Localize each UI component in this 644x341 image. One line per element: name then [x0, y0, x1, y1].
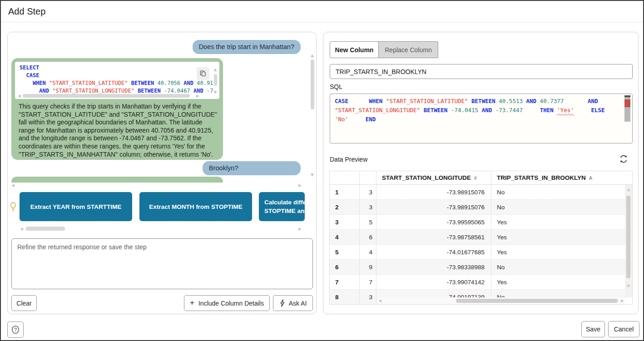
tab-new-column[interactable]: New Column [330, 41, 379, 58]
add-step-dialog: Add Step Does the trip start in Manhatta… [0, 0, 644, 341]
code-scroll-up-icon[interactable]: ▲ [214, 67, 217, 72]
table-cell: No [491, 185, 626, 199]
cancel-button[interactable]: Cancel [608, 321, 639, 337]
ai-explanation-text: This query checks if the trip starts in … [19, 103, 218, 158]
header-cell-longitude[interactable]: START_STATION_LONGITUDE # [376, 171, 491, 184]
page-title: Add Step [8, 6, 45, 17]
table-hscrollbar-thumb[interactable] [456, 299, 618, 303]
table-horizontal-scrollbar[interactable]: ◀ ▶ [376, 297, 626, 304]
table-cell: 8 [330, 290, 360, 304]
table-cell: 4 [330, 230, 360, 244]
ai-response-bubble: SELECT CASE WHEN "START_STATION_LATITUDE… [11, 58, 223, 160]
column-name-input[interactable] [330, 64, 633, 79]
table-row: 23-73.98915076No [330, 200, 632, 215]
table-cell: 3 [360, 185, 376, 199]
editor-ruler-top-mark [624, 95, 630, 97]
table-cell: -73.98758561 [376, 230, 491, 244]
sql-snippet-block: SELECT CASE WHEN "START_STATION_LATITUDE… [15, 62, 219, 99]
code-scroll-down-icon[interactable]: ▼ [214, 90, 217, 94]
ask-ai-button[interactable]: Ask AI [273, 295, 313, 311]
table-cell: Yes [491, 230, 626, 244]
table-cell: 7 [330, 275, 360, 289]
suggestions-scroll-left-icon[interactable]: ◀ [20, 227, 23, 231]
column-editor-panel: New Column Replace Column SQL CASE WHEN … [323, 32, 639, 314]
table-cell: 1 [330, 185, 360, 199]
code-hscrollbar-thumb[interactable] [23, 94, 190, 98]
header-cell-clipped-column [360, 171, 376, 184]
sql-editor[interactable]: CASE WHEN "START_STATION_LATITUDE" BETWE… [330, 94, 633, 143]
refine-response-input[interactable] [11, 238, 313, 289]
refresh-icon [619, 154, 628, 163]
chat-scroll-left-icon[interactable]: ◀ [11, 183, 15, 188]
sql-snippet-code: SELECT CASE WHEN "START_STATION_LATITUDE… [15, 62, 219, 95]
suggestions-scrollbar-thumb[interactable] [26, 227, 65, 231]
table-vertical-scrollbar[interactable]: ▲ ▼ [625, 185, 632, 298]
save-button[interactable]: Save [581, 321, 605, 337]
table-row: 46-73.98758561Yes [330, 230, 632, 245]
chat-scroll-down-icon[interactable]: ▼ [311, 173, 314, 177]
code-scroll-right-icon[interactable]: ▶ [196, 94, 199, 98]
tab-replace-column[interactable]: Replace Column [379, 41, 438, 58]
clear-button[interactable]: Clear [11, 295, 37, 311]
table-scroll-left-icon[interactable]: ◀ [378, 299, 381, 303]
code-vscrollbar-thumb[interactable] [214, 74, 217, 86]
help-button[interactable]: ? [7, 321, 24, 338]
include-column-details-button[interactable]: + Include Column Details [184, 295, 270, 311]
user-message: Brooklyn? [203, 161, 301, 175]
header-cell-brooklyn[interactable]: TRIP_STARTS_IN_BROOKLYN A [491, 171, 626, 184]
table-row: 13-73.98915076No [330, 185, 632, 200]
question-mark-icon: ? [11, 325, 20, 334]
table-cell: 4 [360, 245, 376, 259]
numeric-type-icon: # [474, 175, 477, 181]
table-cell: -73.98338988 [376, 260, 491, 274]
suggestion-button[interactable]: Calculate diffeSTOPTIME and [259, 192, 305, 221]
table-row: 35-73.99595065Yes [330, 215, 632, 230]
table-cell: -73.99074142 [376, 275, 491, 289]
suggestion-button[interactable]: Extract MONTH from STOPTIME [139, 192, 252, 221]
refresh-button[interactable] [618, 154, 629, 165]
table-scrollbar-corner [625, 297, 632, 304]
user-message: Does the trip start in Manhattan? [193, 40, 301, 54]
chat-panel: Does the trip start in Manhattan? ▲ ▼ SE… [7, 32, 317, 314]
editor-error-marker [624, 99, 630, 107]
ai-response-bubble-partial [11, 177, 223, 183]
table-cell: Yes [491, 215, 626, 229]
table-scroll-down-icon[interactable]: ▼ [627, 284, 630, 288]
chat-scroll-right-icon[interactable]: ▶ [298, 183, 302, 188]
table-cell: Yes [491, 245, 626, 259]
table-scroll-up-icon[interactable]: ▲ [625, 188, 632, 192]
copy-button[interactable] [197, 67, 209, 80]
table-cell: -74.01677685 [376, 245, 491, 259]
table-cell: -73.99595065 [376, 215, 491, 229]
editor-overview-ruler[interactable] [624, 95, 630, 142]
table-cell: No [491, 200, 626, 214]
code-horizontal-scrollbar[interactable]: ◀ ▶ [18, 94, 208, 98]
chat-scrollbar-thumb[interactable] [311, 59, 314, 109]
lightning-bolt-icon [279, 299, 285, 307]
copy-icon [199, 70, 207, 77]
table-cell: 3 [360, 200, 376, 214]
text-type-icon: A [589, 175, 592, 181]
svg-text:?: ? [14, 327, 17, 332]
table-cell: 6 [330, 260, 360, 274]
table-cell: Yes [491, 275, 626, 289]
table-cell: 5 [330, 245, 360, 259]
code-vertical-scrollbar[interactable]: ▲ ▼ [213, 64, 218, 95]
table-header-row: START_STATION_LONGITUDE # TRIP_STARTS_IN… [330, 171, 632, 185]
code-scroll-left-icon[interactable]: ◀ [18, 94, 21, 98]
column-mode-tabs: New Column Replace Column [330, 41, 438, 58]
data-preview-table: START_STATION_LONGITUDE # TRIP_STARTS_IN… [329, 171, 633, 305]
table-cell: 7 [360, 275, 376, 289]
sql-label: SQL [330, 83, 342, 90]
suggestions-scroll-right-icon[interactable]: ▶ [298, 227, 302, 231]
table-row: 69-73.98338988No [330, 260, 632, 275]
lightbulb-icon [9, 202, 17, 214]
chat-scroll-up-icon[interactable]: ▲ [311, 54, 314, 58]
suggestion-button[interactable]: Extract YEAR from STARTTIME [20, 192, 132, 221]
table-scroll-right-icon[interactable]: ▶ [621, 299, 624, 303]
header-divider [1, 22, 643, 22]
table-vscrollbar-thumb[interactable] [626, 196, 630, 278]
table-row: 77-73.99074142Yes [330, 275, 632, 290]
table-cell: 5 [360, 215, 376, 229]
table-cell: No [491, 260, 626, 274]
